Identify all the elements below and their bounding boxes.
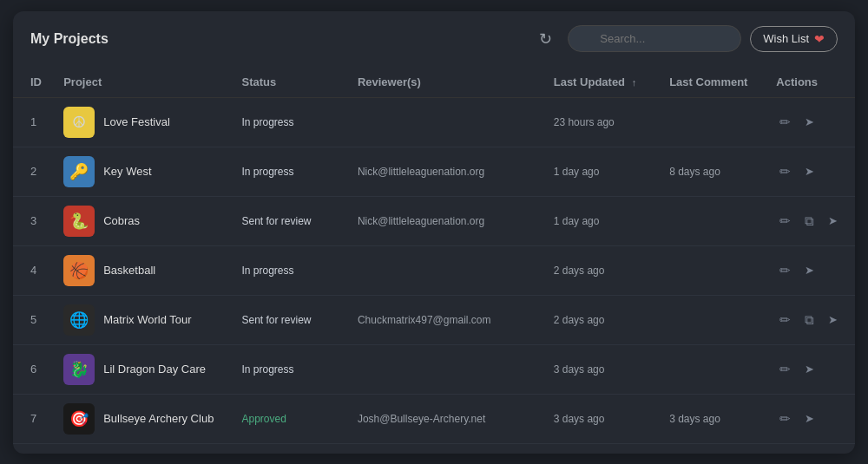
cell-id: 2 — [13, 147, 53, 196]
last-updated-value: 3 days ago — [554, 413, 605, 425]
cell-actions: ✏➤ — [766, 97, 855, 147]
cell-project: 🏀Basketball — [53, 245, 231, 295]
cell-last-updated: 2 days ago — [543, 295, 659, 344]
last-updated-value: 1 day ago — [554, 166, 600, 178]
cell-project: 🔑Key West — [53, 147, 231, 196]
project-name: Cobras — [103, 214, 140, 227]
reviewer-email: Josh@Bullseye-Archery.net — [358, 413, 485, 425]
cell-id: 1 — [13, 97, 53, 147]
edit-button[interactable]: ✏ — [776, 311, 794, 328]
col-header-comment: Last Comment — [659, 67, 766, 98]
status-badge: In progress — [241, 114, 293, 131]
send-button[interactable]: ➤ — [801, 263, 818, 278]
cell-id: 5 — [13, 295, 53, 344]
table-row: 7🎯Bullseye Archery ClubApprovedJosh@Bull… — [13, 394, 855, 443]
projects-table: ID Project Status Reviewer(s) Last Updat… — [13, 67, 855, 444]
cell-last-comment — [659, 97, 766, 147]
copy-button[interactable]: ⧉ — [801, 311, 818, 328]
send-button[interactable]: ➤ — [801, 164, 818, 179]
refresh-button[interactable]: ↻ — [531, 25, 559, 53]
edit-button[interactable]: ✏ — [776, 361, 794, 377]
cell-reviewer: Nick@littleleaguenation.org — [347, 147, 543, 196]
send-button[interactable]: ➤ — [825, 312, 841, 327]
cell-project: 🐉Lil Dragon Day Care — [53, 344, 231, 394]
page-title: My Projects — [30, 31, 108, 47]
cell-last-comment — [659, 344, 766, 394]
last-comment-value: 8 days ago — [669, 166, 720, 178]
status-badge: Approved — [241, 410, 286, 428]
cell-project: ☮Love Festival — [53, 97, 231, 147]
project-name: Bullseye Archery Club — [103, 412, 214, 425]
cell-last-comment — [659, 245, 766, 295]
cell-last-updated: 2 days ago — [543, 245, 659, 295]
cell-last-comment: 8 days ago — [659, 147, 766, 196]
cell-actions: ✏➤ — [766, 245, 855, 295]
table-row: 4🏀BasketballIn progress2 days ago✏➤ — [13, 245, 855, 295]
project-name: Lil Dragon Day Care — [103, 363, 206, 376]
last-updated-value: 2 days ago — [554, 265, 605, 277]
table-row: 5🌐Matrix World TourSent for reviewChuckm… — [13, 295, 855, 344]
header-actions: ↻ 🔍 Wish List ❤ — [531, 25, 838, 53]
cell-actions: ✏➤ — [766, 147, 855, 196]
reviewer-email: Nick@littleleaguenation.org — [358, 215, 484, 227]
wish-list-label: Wish List — [763, 32, 809, 45]
header: My Projects ↻ 🔍 Wish List ❤ — [13, 11, 855, 67]
cell-project: 🌐Matrix World Tour — [53, 295, 231, 344]
col-header-project: Project — [53, 67, 231, 98]
copy-button[interactable]: ⧉ — [801, 212, 818, 229]
reviewer-email: Nick@littleleaguenation.org — [358, 166, 484, 178]
cell-reviewer: Josh@Bullseye-Archery.net — [347, 394, 543, 443]
col-header-updated[interactable]: Last Updated ↑ — [543, 67, 659, 98]
send-button[interactable]: ➤ — [801, 362, 818, 376]
project-thumbnail: ☮ — [63, 107, 95, 138]
last-comment-value: 3 days ago — [669, 413, 720, 425]
cell-id: 6 — [13, 344, 53, 394]
cell-last-comment — [659, 295, 766, 344]
project-name: Basketball — [103, 264, 155, 277]
edit-button[interactable]: ✏ — [776, 114, 794, 130]
sort-arrow: ↑ — [632, 77, 637, 88]
last-updated-value: 2 days ago — [554, 314, 605, 326]
col-header-status: Status — [231, 67, 346, 98]
cell-last-updated: 23 hours ago — [543, 97, 659, 147]
status-badge: In progress — [241, 262, 293, 279]
cell-status: Sent for review — [231, 295, 346, 344]
cell-actions: ✏⧉➤ — [766, 196, 855, 245]
edit-button[interactable]: ✏ — [776, 212, 794, 229]
table-row: 6🐉Lil Dragon Day CareIn progress3 days a… — [13, 344, 855, 394]
cell-reviewer: Chuckmatrix497@gmail.com — [347, 295, 543, 344]
edit-button[interactable]: ✏ — [776, 262, 794, 278]
status-badge: In progress — [241, 361, 293, 378]
cell-reviewer: Nick@littleleaguenation.org — [347, 196, 543, 245]
col-header-actions: Actions — [766, 67, 855, 98]
edit-button[interactable]: ✏ — [776, 410, 794, 427]
cell-status: Sent for review — [231, 196, 346, 245]
send-button[interactable]: ➤ — [801, 411, 818, 426]
search-input[interactable] — [568, 25, 741, 52]
cell-reviewer — [347, 97, 543, 147]
cell-project: 🐍Cobras — [53, 196, 231, 245]
cell-status: In progress — [231, 97, 346, 147]
table-wrapper: ID Project Status Reviewer(s) Last Updat… — [13, 67, 855, 454]
table-row: 3🐍CobrasSent for reviewNick@littleleague… — [13, 196, 855, 245]
cell-id: 7 — [13, 394, 53, 443]
project-thumbnail: 🐍 — [63, 206, 95, 237]
status-badge: In progress — [241, 163, 293, 180]
project-thumbnail: 🏀 — [63, 255, 95, 286]
project-name: Matrix World Tour — [103, 313, 191, 326]
wish-list-button[interactable]: Wish List ❤ — [750, 26, 838, 52]
table-row: 2🔑Key WestIn progressNick@littleleaguena… — [13, 147, 855, 196]
cell-last-updated: 1 day ago — [543, 147, 659, 196]
send-button[interactable]: ➤ — [801, 114, 818, 129]
cell-status: In progress — [231, 245, 346, 295]
project-thumbnail: 🌐 — [63, 304, 95, 336]
last-updated-value: 23 hours ago — [554, 116, 615, 128]
send-button[interactable]: ➤ — [825, 213, 841, 228]
cell-actions: ✏⧉➤ — [766, 295, 855, 344]
cell-project: 🎯Bullseye Archery Club — [53, 394, 231, 443]
cell-last-comment — [659, 196, 766, 245]
edit-button[interactable]: ✏ — [776, 163, 794, 180]
cell-actions: ✏➤ — [766, 394, 855, 443]
table-body: 1☮Love FestivalIn progress23 hours ago✏➤… — [13, 97, 855, 443]
cell-last-comment: 3 days ago — [659, 394, 766, 443]
